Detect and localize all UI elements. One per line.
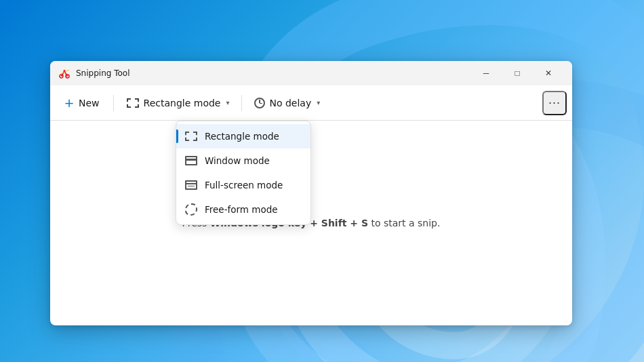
new-button-label: New	[79, 98, 100, 108]
delay-chevron-icon: ▾	[317, 99, 320, 106]
window-title: Snipping Tool	[76, 68, 470, 78]
menu-item-window[interactable]: Window mode	[176, 148, 310, 173]
window-mode-icon	[184, 154, 198, 167]
titlebar: Snipping Tool ─ □ ✕	[50, 61, 572, 85]
freeform-mode-icon	[184, 203, 198, 216]
mode-chevron-icon: ▾	[226, 99, 229, 106]
window-controls: ─ □ ✕	[470, 61, 564, 85]
hint-suffix: to start a snip.	[368, 218, 440, 228]
more-options-icon: ···	[548, 96, 561, 110]
rect-mode-icon	[126, 96, 140, 110]
snipping-tool-window: Snipping Tool ─ □ ✕ + New Rectangle mode…	[50, 61, 572, 325]
menu-item-fullscreen[interactable]: Full-screen mode	[176, 173, 310, 197]
freeform-mode-label: Free-form mode	[205, 204, 278, 215]
fullscreen-mode-icon	[184, 178, 198, 192]
mode-dropdown-button[interactable]: Rectangle mode ▾	[119, 92, 237, 114]
window-mode-label: Window mode	[205, 155, 270, 166]
content-area: Press Windows logo key + Shift + S to st…	[50, 121, 572, 325]
toolbar-divider-2	[241, 95, 242, 111]
more-options-button[interactable]: ···	[542, 91, 567, 115]
delay-label: No delay	[269, 98, 311, 108]
toolbar: + New Rectangle mode ▾ No delay ▾ ···	[50, 85, 572, 121]
menu-item-rectangle[interactable]: Rectangle mode	[176, 124, 310, 148]
plus-icon: +	[64, 98, 75, 108]
minimize-button[interactable]: ─	[470, 61, 502, 85]
rectangle-mode-label: Rectangle mode	[205, 131, 279, 142]
toolbar-divider-1	[113, 95, 114, 111]
maximize-button[interactable]: □	[502, 61, 533, 85]
fullscreen-mode-label: Full-screen mode	[205, 180, 283, 190]
app-icon	[58, 67, 71, 79]
menu-item-freeform[interactable]: Free-form mode	[176, 197, 310, 222]
new-button[interactable]: + New	[56, 94, 108, 113]
clock-icon	[254, 98, 265, 108]
selected-indicator	[176, 129, 178, 143]
mode-dropdown-menu: Rectangle mode Window mode Full-screen m…	[176, 121, 311, 225]
delay-dropdown-button[interactable]: No delay ▾	[247, 94, 327, 113]
close-button[interactable]: ✕	[533, 61, 564, 85]
rectangle-mode-icon	[184, 129, 198, 143]
mode-label: Rectangle mode	[144, 98, 221, 108]
